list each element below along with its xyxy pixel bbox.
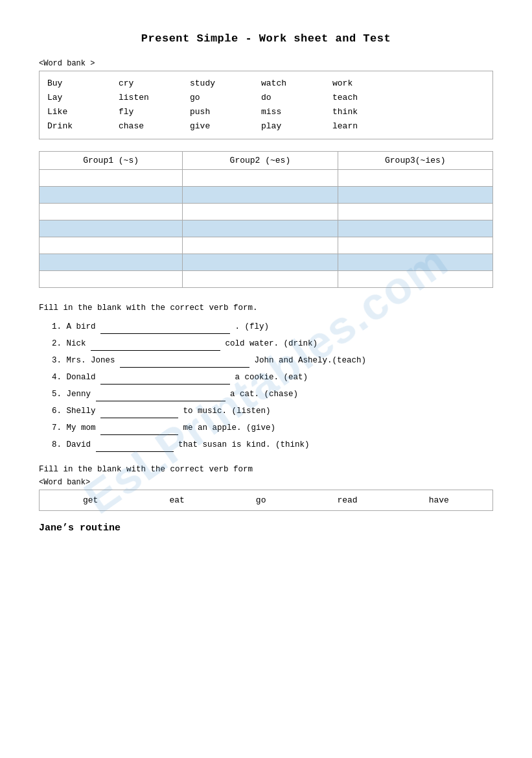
blank-field[interactable] (100, 320, 230, 334)
word-bank-item2: read (337, 495, 357, 505)
page-title: Present Simple - Work sheet and Test (39, 32, 493, 45)
table-cell[interactable] (338, 187, 492, 204)
table-cell[interactable] (183, 204, 338, 220)
table-cell[interactable] (183, 170, 338, 187)
blank-field[interactable] (100, 371, 230, 385)
item-hint: . (fly) (235, 322, 270, 331)
list-item: 4. Donald a cookie. (eat) (52, 371, 493, 385)
item-text: Jenny (67, 390, 96, 399)
fill-blanks-list: 1. A bird . (fly) 2. Nick cold water. (d… (39, 320, 493, 452)
item-num: 5. (52, 390, 67, 399)
table-row (40, 204, 493, 220)
table-row (40, 237, 493, 254)
table-cell[interactable] (338, 220, 492, 237)
word-bank-grid2: get eat go read have (47, 495, 485, 505)
word-bank-item: do (261, 91, 332, 105)
janes-routine-title: Jane’s routine (39, 523, 493, 534)
item-num: 6. (52, 407, 67, 416)
item-num: 2. (52, 339, 67, 348)
item-after: a cat. (chase) (230, 390, 298, 399)
table-cell[interactable] (338, 170, 492, 187)
item-text: Nick (67, 339, 91, 348)
word-bank-item2: have (429, 495, 449, 505)
fill-section1-instruction: Fill in the blank with the correct verb … (39, 303, 493, 313)
group3-header: Group3(~ies) (338, 152, 492, 170)
table-cell[interactable] (40, 204, 183, 220)
word-bank-item2: go (256, 495, 266, 505)
word-bank-item: chase (119, 119, 190, 134)
blank-field[interactable] (91, 337, 220, 351)
item-num: 8. (52, 440, 67, 449)
word-bank-item: Lay (47, 91, 119, 105)
word-bank-item2: eat (169, 495, 184, 505)
blank-field[interactable] (96, 388, 226, 401)
word-bank-item: Like (47, 105, 119, 119)
table-row (40, 271, 493, 288)
word-bank-item: cry (119, 77, 190, 91)
fill-section2-instruction: Fill in the blank with the correct verb … (39, 465, 493, 474)
table-cell[interactable] (40, 220, 183, 237)
list-item: 8. David that susan is kind. (think) (52, 438, 493, 452)
blank-field[interactable] (96, 438, 174, 452)
list-item: 6. Shelly to music. (listen) (52, 405, 493, 418)
table-cell[interactable] (338, 271, 492, 288)
table-cell[interactable] (40, 187, 183, 204)
item-after: a cookie. (eat) (235, 373, 308, 382)
group1-header: Group1 (~s) (40, 152, 183, 170)
word-bank-label: <Word bank > (39, 59, 493, 68)
list-item: 2. Nick cold water. (drink) (52, 337, 493, 351)
item-text: David (67, 440, 96, 449)
blank-field[interactable] (100, 421, 178, 435)
list-item: 3. Mrs. Jones John and Ashely.(teach) (52, 354, 493, 368)
word-bank-item: watch (261, 77, 332, 91)
item-after: that susan is kind. (think) (178, 440, 310, 449)
item-after: cold water. (drink) (226, 339, 318, 348)
table-cell[interactable] (338, 254, 492, 271)
word-bank-item: listen (119, 91, 190, 105)
word-bank-item: teach (332, 91, 404, 105)
word-bank-item: go (190, 91, 261, 105)
table-cell[interactable] (40, 170, 183, 187)
table-cell[interactable] (183, 237, 338, 254)
table-cell[interactable] (183, 254, 338, 271)
word-bank-box2: get eat go read have (39, 490, 493, 511)
table-row (40, 220, 493, 237)
table-row (40, 187, 493, 204)
word-bank-item: play (261, 119, 332, 134)
table-cell[interactable] (40, 237, 183, 254)
word-bank-item2: get (83, 495, 98, 505)
word-bank-box: Buy cry study watch work Lay listen go d… (39, 71, 493, 139)
group2-header: Group2 (~es) (183, 152, 338, 170)
table-cell[interactable] (40, 254, 183, 271)
word-bank-item: Buy (47, 77, 119, 91)
item-after: John and Ashely.(teach) (255, 356, 367, 365)
item-text: Donald (67, 373, 101, 382)
table-row (40, 170, 493, 187)
item-text: A bird (67, 322, 101, 331)
word-bank-item: fly (119, 105, 190, 119)
table-cell[interactable] (40, 271, 183, 288)
table-cell[interactable] (183, 271, 338, 288)
item-num: 3. (52, 356, 67, 365)
item-num: 1. (52, 322, 67, 331)
item-after: me an apple. (give) (183, 423, 276, 432)
table-cell[interactable] (338, 237, 492, 254)
item-text: My mom (67, 423, 101, 432)
table-cell[interactable] (338, 204, 492, 220)
word-bank-item: study (190, 77, 261, 91)
table-cell[interactable] (183, 220, 338, 237)
table-cell[interactable] (183, 187, 338, 204)
word-bank-item: learn (332, 119, 404, 134)
blank-field[interactable] (120, 354, 249, 368)
word-bank-item: miss (261, 105, 332, 119)
word-bank-item: work (332, 77, 404, 91)
word-bank-item: push (190, 105, 261, 119)
item-num: 7. (52, 423, 67, 432)
word-bank-item: think (332, 105, 404, 119)
blank-field[interactable] (100, 405, 178, 418)
word-bank-item: Drink (47, 119, 119, 134)
item-after: to music. (listen) (183, 407, 271, 416)
item-num: 4. (52, 373, 67, 382)
item-text: Mrs. Jones (67, 356, 121, 365)
list-item: 1. A bird . (fly) (52, 320, 493, 334)
